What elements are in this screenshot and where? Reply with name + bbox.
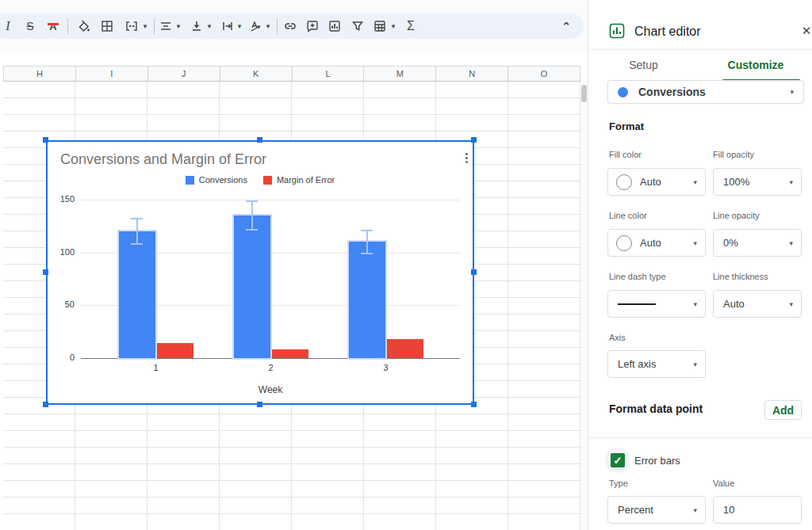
chart-handle-top-middle[interactable] bbox=[257, 137, 262, 143]
embedded-chart[interactable]: Conversions and Margin of Error Conversi… bbox=[46, 140, 474, 405]
chevron-down-icon: ▾ bbox=[790, 88, 794, 96]
chart-handle-middle-right[interactable] bbox=[471, 269, 477, 275]
borders-icon[interactable] bbox=[97, 16, 117, 36]
tab-setup[interactable]: Setup bbox=[588, 50, 699, 80]
table-views-caret[interactable]: ▾ bbox=[389, 16, 398, 36]
gridline-150 bbox=[81, 200, 460, 200]
error-bars-value-input[interactable] bbox=[713, 496, 802, 524]
column-header-i[interactable]: I bbox=[76, 67, 148, 81]
insert-chart-icon[interactable] bbox=[324, 16, 345, 36]
create-filter-icon[interactable] bbox=[347, 16, 368, 36]
column-headers: H I J K L M N O bbox=[3, 66, 580, 82]
line-opacity-dropdown[interactable]: 0% ▾ bbox=[713, 229, 802, 257]
axis-label: Axis bbox=[609, 333, 626, 342]
column-header-j[interactable]: J bbox=[148, 67, 220, 81]
format-data-point-heading: Format data point bbox=[609, 402, 703, 415]
collapse-toolbar-icon[interactable]: ⌃ bbox=[556, 16, 576, 36]
merge-cells-caret[interactable]: ▾ bbox=[140, 16, 150, 36]
line-dash-type-dropdown[interactable]: ▾ bbox=[607, 290, 706, 318]
error-bar-cap bbox=[131, 218, 143, 219]
bar-margin-of-error-2[interactable] bbox=[272, 349, 308, 358]
chevron-down-icon: ▾ bbox=[693, 178, 697, 186]
chart-editor-title: Chart editor bbox=[634, 25, 701, 39]
chart-handle-middle-left[interactable] bbox=[43, 269, 48, 275]
line-color-label: Line color bbox=[609, 211, 647, 220]
text-rotation-caret[interactable]: ▾ bbox=[263, 16, 273, 36]
column-header-m[interactable]: M bbox=[364, 67, 436, 81]
toolbar-separator bbox=[277, 18, 278, 34]
error-bar-cap bbox=[131, 243, 143, 245]
bar-conversions-1[interactable] bbox=[119, 231, 155, 358]
axis-dropdown[interactable]: Left axis ▾ bbox=[607, 350, 706, 378]
error-bar-cap bbox=[246, 200, 258, 202]
chevron-down-icon: ▾ bbox=[693, 239, 697, 247]
line-opacity-value: 0% bbox=[714, 237, 738, 249]
panel-section-divider bbox=[588, 437, 812, 438]
table-views-icon[interactable] bbox=[370, 16, 390, 36]
chevron-down-icon: ▾ bbox=[789, 239, 793, 247]
series-color-dot bbox=[618, 87, 628, 97]
chart-editor-icon bbox=[609, 23, 625, 42]
fill-opacity-value: 100% bbox=[714, 176, 749, 188]
text-color-glyph: A bbox=[49, 21, 56, 32]
vertical-align-caret[interactable]: ▾ bbox=[205, 16, 214, 36]
bar-conversions-2[interactable] bbox=[234, 215, 270, 358]
insert-link-icon[interactable] bbox=[280, 16, 301, 36]
chart-plot: 150100500123 bbox=[48, 142, 473, 403]
strikethrough-icon[interactable]: S bbox=[20, 16, 40, 36]
chart-handle-bottom-right[interactable] bbox=[471, 402, 477, 407]
fill-color-label: Fill color bbox=[609, 150, 642, 159]
add-data-point-button[interactable]: Add bbox=[764, 400, 802, 420]
y-tick-label: 50 bbox=[48, 299, 75, 309]
line-thickness-dropdown[interactable]: Auto ▾ bbox=[713, 290, 802, 318]
text-color-icon[interactable]: A bbox=[43, 16, 63, 36]
error-bar bbox=[136, 219, 138, 244]
close-icon[interactable]: ✕ bbox=[799, 24, 812, 38]
error-bars-label: Error bars bbox=[634, 455, 680, 467]
error-bar-cap bbox=[361, 253, 373, 254]
chart-handle-bottom-left[interactable] bbox=[43, 402, 48, 407]
line-dash-type-label: Line dash type bbox=[609, 272, 666, 281]
column-header-l[interactable]: L bbox=[293, 67, 365, 81]
bar-conversions-3[interactable] bbox=[349, 242, 385, 358]
chart-handle-bottom-middle[interactable] bbox=[257, 402, 262, 407]
text-wrap-caret[interactable]: ▾ bbox=[235, 16, 244, 36]
horizontal-align-caret[interactable]: ▾ bbox=[174, 16, 183, 36]
chart-handle-top-right[interactable] bbox=[471, 137, 477, 143]
gridline-0 bbox=[81, 358, 460, 359]
color-swatch bbox=[616, 235, 632, 251]
line-thickness-label: Line thickness bbox=[713, 272, 768, 281]
vertical-scrollbar-thumb[interactable] bbox=[581, 85, 587, 102]
fill-color-dropdown[interactable]: Auto ▾ bbox=[607, 168, 706, 196]
insert-comment-icon[interactable] bbox=[302, 16, 323, 36]
y-tick-label: 100 bbox=[48, 247, 75, 257]
error-bars-type-dropdown[interactable]: Percent ▾ bbox=[607, 496, 706, 524]
vertical-scrollbar-track[interactable] bbox=[581, 82, 588, 530]
bar-margin-of-error-1[interactable] bbox=[157, 343, 193, 358]
error-bars-value-label: Value bbox=[713, 479, 734, 488]
x-tick-label: 3 bbox=[370, 363, 402, 372]
toolbar-separator bbox=[67, 18, 68, 34]
chart-handle-top-left[interactable] bbox=[43, 137, 48, 143]
tab-customize[interactable]: Customize bbox=[699, 50, 812, 80]
column-header-k[interactable]: K bbox=[220, 67, 293, 81]
column-header-o[interactable]: O bbox=[508, 67, 580, 81]
column-header-n[interactable]: N bbox=[436, 67, 508, 81]
functions-icon[interactable]: Σ bbox=[400, 16, 421, 36]
italic-icon[interactable]: I bbox=[0, 16, 18, 36]
series-selector-dropdown[interactable]: Conversions ▾ bbox=[607, 80, 804, 104]
column-header-h[interactable]: H bbox=[4, 67, 76, 81]
chevron-down-icon: ▾ bbox=[789, 178, 793, 186]
line-color-dropdown[interactable]: Auto ▾ bbox=[607, 229, 706, 257]
error-bars-checkbox[interactable]: ✓ bbox=[611, 453, 625, 467]
error-bar bbox=[366, 231, 368, 254]
x-axis-title: Week bbox=[231, 384, 310, 395]
color-swatch bbox=[616, 174, 632, 190]
bar-margin-of-error-3[interactable] bbox=[387, 339, 423, 358]
chart-menu-icon[interactable] bbox=[460, 148, 473, 167]
error-bars-type-label: Type bbox=[609, 479, 628, 488]
fill-color-icon[interactable] bbox=[73, 16, 94, 36]
chevron-down-icon: ▾ bbox=[693, 506, 697, 514]
fill-opacity-dropdown[interactable]: 100% ▾ bbox=[713, 168, 802, 196]
merge-cells-icon[interactable] bbox=[121, 16, 142, 36]
